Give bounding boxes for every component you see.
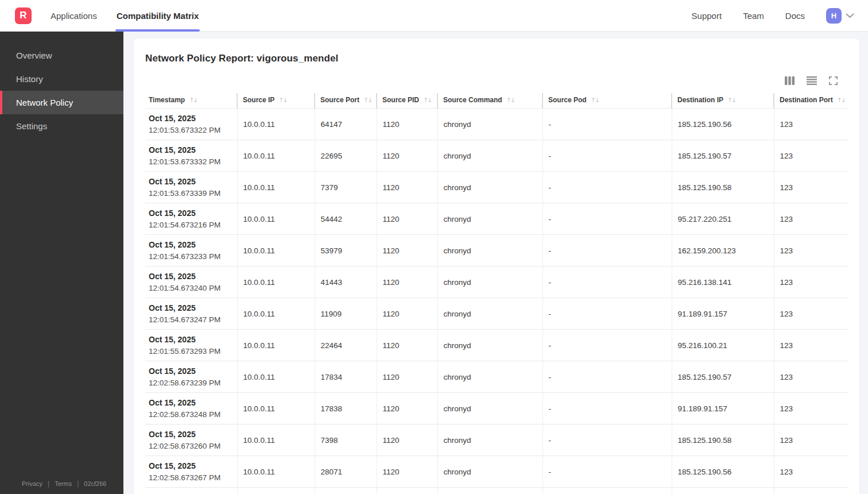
- cell-destination-port: 123: [774, 424, 848, 456]
- cell-timestamp: Oct 15, 202512:01:54.673216 PM: [145, 203, 237, 235]
- sort-icon[interactable]: ↑↓: [423, 97, 431, 104]
- column-header-timestamp[interactable]: Timestamp↑↓: [145, 93, 237, 109]
- cell-source-pod: -: [542, 109, 672, 140]
- timestamp-date: Oct 15, 2025: [149, 177, 232, 186]
- cell-source-port: 17834: [315, 361, 377, 393]
- table-row: Oct 15, 202512:01:54.673216 PM10.0.0.115…: [145, 203, 848, 235]
- cell-source-ip: 10.0.0.11: [237, 330, 315, 361]
- timestamp-time: 12:02:58.673267 PM: [149, 473, 232, 482]
- cell-source-pod: -: [542, 361, 672, 393]
- sidebar-nav: OverviewHistoryNetwork PolicySettings: [0, 32, 123, 138]
- timestamp-time: 12:01:53.673322 PM: [149, 126, 232, 134]
- sidebar: OverviewHistoryNetwork PolicySettings Pr…: [0, 32, 123, 494]
- columns-view-icon[interactable]: [785, 76, 795, 85]
- table-row: Oct 15, 202512:01:53.673322 PM10.0.0.116…: [145, 109, 848, 140]
- cell-source-port: 64147: [315, 109, 377, 140]
- sidebar-item-history[interactable]: History: [0, 67, 123, 91]
- sidebar-footer: Privacy|Terms|02cf266: [0, 480, 123, 494]
- cell-source-pid: 1120: [377, 140, 437, 172]
- sort-icon[interactable]: ↑↓: [363, 97, 371, 104]
- cell-source-pid: 1120: [377, 235, 437, 267]
- timestamp-date: Oct 15, 2025: [149, 430, 232, 439]
- timestamp-time: 12:01:54.673247 PM: [149, 315, 232, 324]
- nav-link-docs[interactable]: Docs: [785, 11, 805, 21]
- cell-timestamp: Oct 15, 202512:02:58.673248 PM: [145, 393, 237, 424]
- table-row: Oct 15, 202512:02:58.673260 PM10.0.0.117…: [145, 424, 848, 456]
- sidebar-item-overview[interactable]: Overview: [0, 44, 123, 67]
- sidebar-item-settings[interactable]: Settings: [0, 114, 123, 138]
- column-header-source-command[interactable]: Source Command↑↓: [437, 93, 542, 109]
- cell-timestamp: Oct 15, 202512:01:54.673233 PM: [145, 235, 237, 267]
- timestamp-time: 12:01:54.673240 PM: [149, 284, 232, 292]
- timestamp-time: 12:02:58.673248 PM: [149, 410, 232, 419]
- column-header-destination-port[interactable]: Destination Port↑↓: [774, 93, 848, 109]
- timestamp-date: Oct 15, 2025: [149, 114, 232, 123]
- nav-tab-applications[interactable]: Applications: [51, 0, 97, 32]
- cell-source-port: 22695: [315, 140, 377, 172]
- cell-source-pod: -: [542, 140, 672, 172]
- report-card: Network Policy Report: vigorous_mendel T…: [134, 38, 859, 494]
- table-row: Oct 15, 202512:01:53.673339 PM10.0.0.117…: [145, 172, 848, 203]
- cell-timestamp: Oct 15, 202512:01:53.673339 PM: [145, 172, 237, 203]
- cell-destination-ip: 95.217.220.251: [672, 203, 774, 235]
- cell-destination-port: 123: [774, 267, 848, 298]
- cell-source-port: 22464: [315, 330, 377, 361]
- table-header-row: Timestamp↑↓Source IP↑↓Source Port↑↓Sourc…: [145, 93, 848, 109]
- sort-icon[interactable]: ↑↓: [591, 97, 599, 104]
- cell-destination-ip: [672, 488, 774, 494]
- sort-icon[interactable]: ↑↓: [727, 97, 735, 104]
- avatar-initial: H: [831, 11, 836, 20]
- cell-source-pod: -: [542, 330, 672, 361]
- cell-destination-ip: 95.216.100.21: [672, 330, 774, 361]
- sort-icon[interactable]: ↑↓: [189, 97, 197, 104]
- cell-source-ip: 10.0.0.11: [237, 203, 315, 235]
- nav-link-group: SupportTeamDocs: [692, 11, 826, 21]
- cell-source-command: chronyd: [437, 393, 542, 424]
- column-header-source-pid[interactable]: Source PID↑↓: [377, 93, 437, 109]
- nav-link-support[interactable]: Support: [692, 11, 722, 21]
- cell-source-command: chronyd: [437, 172, 542, 203]
- user-avatar[interactable]: H: [826, 8, 842, 24]
- cell-source-ip: 10.0.0.11: [237, 393, 315, 424]
- column-header-source-ip[interactable]: Source IP↑↓: [237, 93, 315, 109]
- app-logo[interactable]: R: [15, 7, 32, 24]
- logo-letter: R: [20, 10, 26, 21]
- cell-destination-port: 123: [774, 298, 848, 330]
- column-label: Timestamp: [149, 96, 185, 104]
- column-label: Source Command: [443, 96, 502, 104]
- cell-source-command: chronyd: [437, 267, 542, 298]
- cell-timestamp: Oct 15, 202512:01:54.673240 PM: [145, 267, 237, 298]
- footer-terms[interactable]: Terms: [55, 480, 72, 487]
- column-header-source-port[interactable]: Source Port↑↓: [315, 93, 377, 109]
- chevron-down-icon[interactable]: [846, 13, 854, 18]
- nav-tab-compatibility-matrix[interactable]: Compatibility Matrix: [117, 0, 199, 32]
- cell-source-pid: 1120: [377, 330, 437, 361]
- cell-source-pod: -: [542, 267, 672, 298]
- cell-destination-port: 123: [774, 235, 848, 267]
- nav-tabs: ApplicationsCompatibility Matrix: [51, 0, 218, 32]
- timestamp-date: Oct 15, 2025: [149, 335, 232, 344]
- sort-icon[interactable]: ↑↓: [837, 97, 845, 104]
- cell-destination-port: [774, 488, 848, 494]
- cell-source-command: chronyd: [437, 456, 542, 488]
- cell-destination-ip: 91.189.91.157: [672, 298, 774, 330]
- sort-icon[interactable]: ↑↓: [278, 97, 286, 104]
- column-header-source-pod[interactable]: Source Pod↑↓: [542, 93, 672, 109]
- cell-source-pod: -: [542, 203, 672, 235]
- list-view-icon[interactable]: [807, 76, 817, 85]
- sidebar-item-network-policy[interactable]: Network Policy: [0, 91, 123, 114]
- cell-timestamp: Oct 15, 202512:02:58.673267 PM: [145, 456, 237, 488]
- cell-source-pid: 1120: [377, 203, 437, 235]
- footer-privacy[interactable]: Privacy: [22, 480, 42, 487]
- fullscreen-icon[interactable]: [829, 76, 838, 85]
- cell-destination-port: 123: [774, 172, 848, 203]
- column-header-destination-ip[interactable]: Destination IP↑↓: [672, 93, 774, 109]
- cell-source-ip: 10.0.0.11: [237, 172, 315, 203]
- timestamp-date: Oct 15, 2025: [149, 209, 232, 218]
- nav-link-team[interactable]: Team: [743, 11, 764, 21]
- sort-icon[interactable]: ↑↓: [506, 97, 514, 104]
- cell-destination-ip: 185.125.190.57: [672, 361, 774, 393]
- cell-source-pod: -: [542, 424, 672, 456]
- cell-source-command: chronyd: [437, 235, 542, 267]
- network-policy-table: Timestamp↑↓Source IP↑↓Source Port↑↓Sourc…: [145, 93, 848, 494]
